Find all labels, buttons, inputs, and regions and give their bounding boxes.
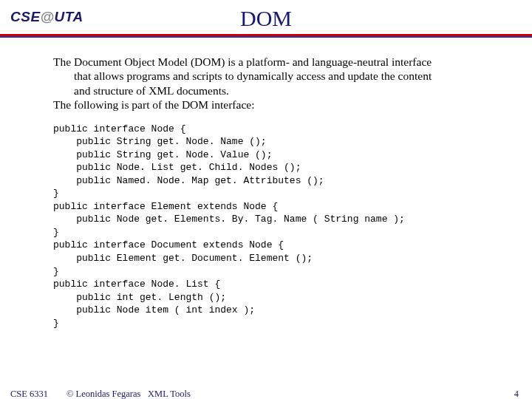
footer-page-number: 4 (514, 389, 519, 399)
logo-prefix: CSE (10, 9, 41, 24)
slide-header: CSE@UTA DOM (0, 0, 532, 41)
footer-copyright: © Leonidas Fegaras (66, 389, 140, 399)
intro-line-3: and structure of XML documents. (53, 83, 485, 98)
footer-course: CSE 6331 (10, 389, 48, 399)
divider-blue (0, 36, 532, 38)
intro-text: The Document Object Model (DOM) is a pla… (53, 55, 485, 112)
slide-content: The Document Object Model (DOM) is a pla… (0, 41, 532, 330)
code-block: public interface Node { public String ge… (53, 123, 485, 330)
intro-line-1: The Document Object Model (DOM) is a pla… (53, 55, 432, 68)
footer-section: XML Tools (148, 389, 191, 399)
logo-suffix: UTA (55, 9, 83, 24)
logo: CSE@UTA (10, 9, 83, 25)
intro-line-2: that allows programs and scripts to dyna… (53, 69, 485, 83)
logo-at: @ (41, 9, 55, 24)
intro-line-4: The following is part of the DOM interfa… (53, 98, 254, 111)
